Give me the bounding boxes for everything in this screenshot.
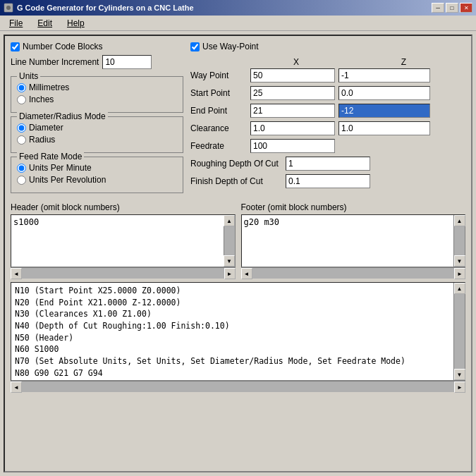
output-line: N40 (Depth of Cut Roughing:1.00 Finish:0… (15, 320, 450, 332)
footer-scroll-up[interactable]: ▲ (454, 215, 465, 226)
way-point-label: Way Point (190, 71, 247, 80)
start-point-row: Start Point (190, 86, 465, 100)
footer-textarea[interactable]: g20 m30 (242, 215, 454, 267)
inches-radio[interactable] (17, 95, 26, 104)
svg-point-1 (6, 6, 11, 10)
header-scroll-down[interactable]: ▼ (224, 255, 235, 267)
header-hscroll[interactable]: ◄ ► (11, 267, 236, 279)
output-line: N90 (Rapid Move to waypoint to avoid wor… (15, 379, 450, 380)
output-hscroll-right[interactable]: ► (454, 382, 465, 393)
output-line: N20 (End Point X21.0000 Z-12.0000) (15, 297, 450, 309)
output-line: N70 (Set Absolute Units, Set Units, Set … (15, 355, 450, 367)
feedrate-input[interactable] (250, 139, 335, 153)
footer-hscroll[interactable]: ◄ ► (241, 267, 466, 279)
feed-rate-group: Feed Rate Mode Units Per Minute Units Pe… (11, 157, 183, 193)
header-scroll-track[interactable] (224, 226, 235, 255)
footer-wrapper: Footer (omit block numbers) g20 m30 ▲ ▼ … (241, 202, 466, 279)
header-textarea[interactable]: s1000 (11, 215, 224, 267)
z-header: Z (342, 57, 465, 67)
header-scrollbar-v[interactable]: ▲ ▼ (224, 215, 235, 267)
footer-hscroll-track[interactable] (252, 268, 455, 279)
feedrate-label: Feedrate (190, 141, 247, 151)
units-per-revolution-radio[interactable] (17, 176, 26, 185)
header-scroll-up[interactable]: ▲ (224, 215, 235, 226)
x-header: X (250, 57, 342, 67)
finish-depth-input[interactable] (286, 174, 370, 188)
diameter-radius-label: Diameter/Radius Mode (17, 111, 108, 121)
menu-edit[interactable]: Edit (32, 17, 58, 30)
main-window: Number Code Blocks Line Number Increment… (4, 35, 472, 472)
start-point-x-input[interactable] (250, 86, 335, 100)
units-per-minute-radio[interactable] (17, 164, 26, 173)
menu-help[interactable]: Help (61, 17, 90, 30)
footer-scrollbar-v[interactable]: ▲ ▼ (453, 215, 465, 267)
output-line: N50 (Header) (15, 332, 450, 344)
footer-hscroll-left[interactable]: ◄ (241, 268, 252, 279)
start-point-label: Start Point (190, 88, 247, 98)
header-container: s1000 ▲ ▼ (11, 214, 236, 267)
header-hscroll-right[interactable]: ► (224, 268, 236, 279)
menu-bar: File Edit Help (0, 16, 476, 31)
output-line: N10 (Start Point X25.0000 Z0.0000) (15, 285, 450, 297)
millimetres-label: Millimetres (29, 83, 69, 92)
footer-label: Footer (omit block numbers) (241, 202, 466, 212)
feedrate-row: Feedrate (190, 139, 465, 153)
radius-label: Radius (29, 135, 55, 145)
output-line: N30 (Clearances X1.00 Z1.00) (15, 308, 450, 320)
output-hscroll[interactable]: ◄ ► (11, 381, 465, 392)
output-hscroll-track[interactable] (22, 382, 454, 392)
footer-hscroll-right[interactable]: ► (454, 268, 465, 279)
output-line: N60 S1000 (15, 343, 450, 355)
millimetres-radio[interactable] (17, 83, 26, 92)
menu-file[interactable]: File (4, 17, 28, 30)
finish-depth-label: Finish Depth of Cut (190, 176, 282, 186)
units-per-revolution-label: Units Per Revolution (29, 175, 106, 185)
diameter-radius-group: Diameter/Radius Mode Diameter Radius (11, 116, 183, 153)
header-label: Header (omit block numbers) (11, 202, 236, 212)
feed-rate-label: Feed Rate Mode (17, 152, 84, 161)
header-hscroll-track[interactable] (22, 268, 224, 279)
output-section: N10 (Start Point X25.0000 Z0.0000)N20 (E… (11, 282, 465, 392)
footer-scroll-track[interactable] (454, 226, 465, 255)
window-title: G Code Generator for Cylinders on a CNC … (17, 4, 194, 12)
clearance-z-input[interactable] (338, 121, 430, 135)
app-icon (4, 3, 13, 13)
minimize-button[interactable]: ─ (432, 3, 444, 13)
footer-scroll-down[interactable]: ▼ (454, 255, 465, 267)
title-bar: G Code Generator for Cylinders on a CNC … (0, 0, 476, 16)
output-hscroll-left[interactable]: ◄ (11, 382, 22, 393)
footer-container: g20 m30 ▲ ▼ (241, 214, 466, 267)
roughing-depth-row: Roughing Depth Of Cut (190, 157, 465, 171)
use-waypoint-checkbox[interactable] (190, 42, 200, 51)
radius-radio[interactable] (17, 135, 26, 145)
finish-depth-row: Finish Depth of Cut (190, 174, 465, 188)
start-point-z-input[interactable] (338, 86, 430, 100)
header-hscroll-left[interactable]: ◄ (11, 268, 22, 279)
diameter-label: Diameter (29, 123, 63, 133)
way-point-x-input[interactable] (250, 68, 335, 83)
clearance-row: Clearance (190, 121, 465, 135)
way-point-row: Way Point (190, 68, 465, 83)
output-scroll-track[interactable] (454, 294, 465, 369)
number-code-blocks-label: Number Code Blocks (23, 42, 102, 51)
line-number-increment-input[interactable] (102, 55, 152, 69)
left-panel: Number Code Blocks Line Number Increment… (11, 42, 183, 197)
output-scrollbar-v[interactable]: ▲ ▼ (453, 283, 465, 380)
maximize-button[interactable]: □ (446, 3, 458, 13)
close-button[interactable]: ✕ (460, 3, 472, 13)
way-point-z-input[interactable] (338, 68, 430, 83)
roughing-depth-input[interactable] (286, 157, 370, 171)
output-scroll-down[interactable]: ▼ (454, 369, 465, 380)
end-point-x-input[interactable] (250, 104, 335, 118)
diameter-radio[interactable] (17, 123, 26, 133)
end-point-z-input[interactable] (338, 104, 430, 118)
number-code-blocks-checkbox[interactable] (11, 42, 20, 51)
end-point-row: End Point (190, 104, 465, 118)
header-wrapper: Header (omit block numbers) s1000 ▲ ▼ ◄ … (11, 202, 236, 279)
output-line: N80 G90 G21 G7 G94 (15, 367, 450, 379)
roughing-depth-label: Roughing Depth Of Cut (190, 159, 282, 169)
output-container: N10 (Start Point X25.0000 Z0.0000)N20 (E… (11, 282, 465, 381)
inches-label: Inches (29, 94, 54, 104)
output-scroll-up[interactable]: ▲ (454, 283, 465, 294)
clearance-x-input[interactable] (250, 121, 335, 135)
